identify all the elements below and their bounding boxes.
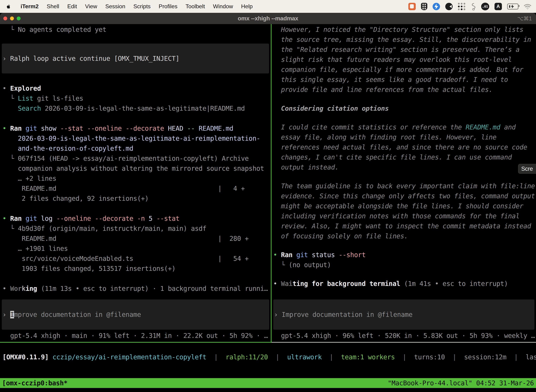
terminal-line: references need actual files, and since … (272, 142, 536, 152)
terminal-line: • Explored (0, 84, 271, 93)
tmux-status-bar: [omx-cczip0:bash* "MacBook-Pro-44.local"… (0, 378, 536, 388)
right-session-status: gpt-5.4 xhigh · 96% left · 520K in · 5.8… (272, 331, 536, 341)
input-source-icon[interactable]: A (494, 3, 502, 10)
tooltip-label: Scre (521, 165, 533, 172)
apple-menu-icon[interactable] (6, 4, 11, 9)
terminal-line: • Working (11m 13s • esc to interrupt) ·… (0, 284, 271, 294)
terminal-line: src/voice/voiceModeEnabled.ts | 54 + (0, 254, 271, 264)
right-prompt-input[interactable]: › Improve documentation in @filename (273, 299, 534, 330)
window-title: omx --xhigh --madmax (0, 13, 536, 24)
menu-item-edit[interactable]: Edit (63, 3, 81, 9)
terminal-line: └ List git ls-files (0, 93, 271, 103)
blank-line (272, 270, 536, 279)
battery-icon[interactable] (507, 4, 518, 9)
terminal-line: • Ran git show --stat --oneline --decora… (0, 123, 271, 134)
terminal-line: └ No agents completed yet (0, 25, 271, 35)
blank-line (0, 73, 271, 84)
hook-icon[interactable] (471, 3, 476, 10)
menu-item-scripts[interactable]: Scripts (129, 3, 155, 9)
tmux-host-clock: "MacBook-Pro-44.local" 04:52 31-Mar-26 (388, 379, 534, 387)
terminal-line: … +2 lines (0, 173, 271, 183)
terminal-area: › Improve documentation in @filename gpt… (0, 24, 536, 343)
omx-status-bar: [OMX#0.11.9] cczip/essay/ai-reimplementa… (2, 352, 536, 362)
blank-line (272, 172, 536, 181)
terminal-line: including verification notes with those … (272, 211, 536, 221)
terminal-line: I could cite commit statistics or refere… (272, 122, 536, 132)
terminal-line: evidence. Since this change only affects… (272, 191, 536, 201)
menu-item-iterm2[interactable]: iTerm2 (17, 3, 43, 9)
terminal-line: essay file, along with finding root file… (272, 132, 536, 142)
terminal-line: Search 2026-03-09-is-legal-the-same-as-l… (0, 103, 271, 113)
menu-status-icons: ..61 A (408, 3, 536, 10)
screen: iTerm2ShellEditViewSessionScriptsProfile… (0, 0, 536, 392)
terminal-line: slight risk that future readers may over… (272, 55, 536, 65)
window-shortcut-badge: ⌥⌘1 (517, 13, 532, 24)
menu-item-session[interactable]: Session (101, 3, 129, 9)
badge-61-icon[interactable]: ..61 (481, 3, 489, 10)
terminal-line: 2026-03-09-is-legal-the-same-as-legitima… (0, 134, 271, 144)
chat-app-icon[interactable] (408, 3, 416, 10)
terminal-line: Considering citation options (272, 103, 536, 113)
dark-wedge-icon[interactable] (445, 3, 453, 10)
terminal-line: └ 4b9d30f (origin/main, instructkr/main,… (0, 224, 271, 233)
blue-bolt-icon[interactable] (433, 3, 440, 10)
prompt-input[interactable]: › Ralph loop active continue [OMX_TMUX_I… (2, 44, 269, 73)
terminal-line: README.md | 280 + (0, 233, 271, 244)
terminal-line: 1903 files changed, 513517 insertions(+) (0, 264, 271, 274)
terminal-line: companion file, especially if more comme… (272, 65, 536, 75)
terminal-line: • Waiting for background terminal (1m 41… (272, 279, 536, 289)
menu-bar: iTerm2ShellEditViewSessionScriptsProfile… (0, 0, 536, 13)
dots-grid-icon[interactable] (458, 3, 465, 10)
terminal-line: • Ran git status --short (272, 250, 536, 260)
window-title-bar: omx --xhigh --madmax ⌥⌘1 (0, 13, 536, 24)
blank-line (272, 113, 536, 122)
terminal-line: └ 067f154 (HEAD -> essay/ai-reimplementa… (0, 154, 271, 163)
terminal-line: README.md | 4 + (0, 183, 271, 194)
terminal-line: might be acceptable alongside the file l… (272, 201, 536, 211)
terminal-line: provide file and line references from th… (272, 85, 536, 95)
terminal-line: The team guideline is to back every impo… (272, 181, 536, 191)
wifi-icon[interactable] (524, 4, 531, 9)
terminal-line: the source tree, missing the essay. Stil… (272, 35, 536, 45)
terminal-line: of focusing solely on file lines. (272, 231, 536, 241)
left-pane[interactable]: › Improve documentation in @filename gpt… (0, 24, 271, 343)
right-pane[interactable]: › Improve documentation in @filename gpt… (272, 24, 536, 343)
terminal-line: However, I noticed the "Directory Struct… (272, 25, 536, 35)
terminal-line: └ (no output) (272, 260, 536, 270)
shield-grid-icon[interactable] (421, 3, 427, 10)
menu-item-help[interactable]: Help (237, 3, 257, 9)
terminal-line: the "Related research writing" section i… (272, 45, 536, 55)
left-session-status: gpt-5.4 xhigh · main · 91% left · 2.31M … (0, 331, 271, 341)
left-prompt-input[interactable]: › Improve documentation in @filename (2, 299, 269, 330)
terminal-line: … +1901 lines (0, 244, 271, 254)
blank-line (0, 204, 271, 214)
blank-line (272, 241, 536, 250)
blank-line (0, 113, 271, 123)
terminal-line: companion analysis without altering the … (0, 163, 271, 173)
terminal-line: review. Also, I might want to inspect th… (272, 221, 536, 231)
screen-share-tooltip[interactable]: Scre (518, 164, 536, 174)
tmux-session-name[interactable]: [omx-cczip0:bash* (2, 379, 67, 387)
terminal-line: this single essay, it seems like a good … (272, 75, 536, 85)
menu-items: iTerm2ShellEditViewSessionScriptsProfile… (17, 3, 257, 10)
menu-item-shell[interactable]: Shell (43, 3, 63, 9)
menu-item-window[interactable]: Window (209, 3, 237, 9)
menu-item-toolbelt[interactable]: Toolbelt (182, 3, 209, 9)
terminal-line: changes, I can't cite specific file line… (272, 152, 536, 162)
blank-line (0, 274, 271, 284)
menu-item-view[interactable]: View (81, 3, 101, 9)
terminal-line: 2 files changed, 92 insertions(+) (0, 194, 271, 204)
terminal-line: output instead. (272, 162, 536, 172)
terminal-line: • Ran git log --oneline --decorate -n 5 … (0, 214, 271, 224)
blank-line (272, 95, 536, 103)
menu-item-profiles[interactable]: Profiles (155, 3, 182, 9)
terminal-line: and-the-erosion-of-copyleft.md (0, 144, 271, 154)
